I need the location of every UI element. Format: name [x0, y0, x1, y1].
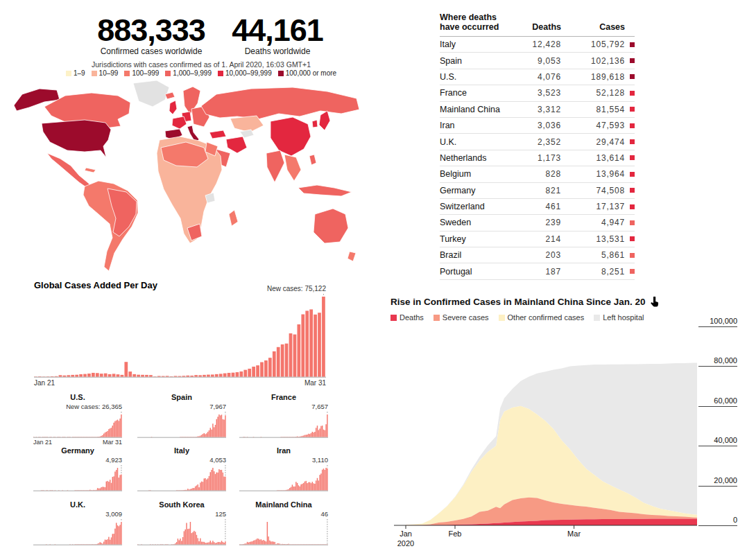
- mini-chart-germany[interactable]: Germany4,923: [33, 446, 122, 502]
- bar[interactable]: [206, 433, 207, 437]
- bar[interactable]: [312, 432, 313, 437]
- bar[interactable]: [184, 531, 184, 545]
- bar[interactable]: [116, 523, 117, 545]
- mini-bar-chart[interactable]: [239, 518, 328, 545]
- bar[interactable]: [268, 358, 272, 377]
- bar[interactable]: [189, 529, 189, 545]
- bar[interactable]: [211, 430, 212, 437]
- bar[interactable]: [201, 435, 202, 437]
- bar[interactable]: [220, 470, 221, 491]
- china-legend-item[interactable]: Severe cases: [433, 313, 489, 322]
- table-row[interactable]: Belgium82813,964: [440, 166, 635, 182]
- china-legend-item[interactable]: Deaths: [390, 313, 424, 322]
- table-row[interactable]: Brazil2035,861: [440, 247, 635, 263]
- bar[interactable]: [194, 488, 194, 491]
- bar[interactable]: [267, 522, 268, 545]
- mini-chart-us[interactable]: U.S.New cases: 26,365Jan 21Mar 31: [33, 393, 122, 448]
- bar[interactable]: [223, 473, 223, 491]
- bar[interactable]: [266, 541, 266, 545]
- bar[interactable]: [207, 478, 208, 491]
- bar[interactable]: [322, 297, 325, 377]
- bar[interactable]: [318, 480, 319, 491]
- bar[interactable]: [300, 484, 301, 491]
- bar[interactable]: [119, 421, 119, 437]
- bar[interactable]: [106, 540, 107, 545]
- bar[interactable]: [309, 482, 310, 491]
- map-country-madagascar[interactable]: [229, 210, 238, 226]
- bar[interactable]: [297, 324, 300, 377]
- bar[interactable]: [221, 470, 222, 491]
- bar[interactable]: [209, 542, 209, 545]
- bar[interactable]: [105, 432, 105, 437]
- bar[interactable]: [116, 470, 117, 491]
- table-row[interactable]: Netherlands1,17313,614: [440, 150, 635, 166]
- bar[interactable]: [181, 541, 182, 545]
- bar[interactable]: [194, 531, 194, 545]
- bar[interactable]: [206, 480, 207, 491]
- bar[interactable]: [252, 541, 252, 545]
- bar[interactable]: [317, 426, 318, 437]
- bar[interactable]: [220, 415, 221, 437]
- mini-bar-chart[interactable]: [33, 518, 122, 545]
- bar[interactable]: [203, 542, 203, 545]
- bar[interactable]: [239, 371, 243, 377]
- bar[interactable]: [297, 483, 298, 491]
- table-row[interactable]: Germany82174,508: [440, 183, 635, 199]
- mini-bar-chart[interactable]: [33, 411, 122, 438]
- bar[interactable]: [107, 481, 108, 491]
- bar[interactable]: [113, 423, 114, 437]
- cases-column-header[interactable]: Cases: [561, 22, 625, 32]
- bar[interactable]: [311, 483, 311, 491]
- bar[interactable]: [114, 421, 115, 437]
- bar[interactable]: [100, 489, 101, 491]
- bar[interactable]: [182, 537, 183, 545]
- bar[interactable]: [311, 433, 311, 437]
- bar[interactable]: [178, 539, 178, 545]
- map-country-cuba[interactable]: [85, 168, 96, 173]
- bar[interactable]: [223, 419, 224, 437]
- bar[interactable]: [217, 473, 218, 491]
- bar[interactable]: [203, 482, 203, 491]
- bar[interactable]: [322, 426, 323, 437]
- bar[interactable]: [281, 344, 284, 377]
- bar[interactable]: [215, 374, 218, 377]
- mini-bar-chart[interactable]: [239, 411, 328, 438]
- bar[interactable]: [314, 315, 317, 377]
- china-legend-item[interactable]: Other confirmed cases: [499, 313, 585, 322]
- bar[interactable]: [105, 540, 105, 545]
- bar[interactable]: [221, 541, 222, 545]
- map-country-india[interactable]: [266, 150, 284, 182]
- mini-chart-iran[interactable]: Iran3,110: [239, 446, 328, 502]
- mini-chart-mainland_china[interactable]: Mainland China46: [239, 500, 328, 556]
- bar[interactable]: [113, 476, 114, 491]
- bar[interactable]: [309, 309, 313, 377]
- map-country-turkey[interactable]: [209, 130, 226, 139]
- mini-chart-italy[interactable]: Italy4,053: [137, 446, 226, 502]
- bar[interactable]: [293, 335, 297, 377]
- bar[interactable]: [259, 540, 260, 545]
- bar[interactable]: [117, 468, 118, 491]
- bar[interactable]: [117, 420, 118, 437]
- map-country-iran[interactable]: [226, 137, 247, 153]
- bar[interactable]: [223, 477, 224, 491]
- bar[interactable]: [106, 432, 107, 437]
- bar[interactable]: [307, 483, 307, 491]
- bar[interactable]: [252, 367, 255, 377]
- table-row[interactable]: Switzerland46117,137: [440, 199, 635, 215]
- bar[interactable]: [192, 488, 193, 491]
- bar[interactable]: [103, 434, 104, 437]
- bar[interactable]: [322, 470, 323, 491]
- bar[interactable]: [214, 471, 214, 491]
- map-region-se-asia[interactable]: [284, 155, 301, 181]
- bar[interactable]: [209, 430, 209, 437]
- deaths-column-header[interactable]: Deaths: [511, 22, 561, 32]
- bar[interactable]: [100, 542, 101, 545]
- table-row[interactable]: Iran3,03647,593: [440, 118, 635, 134]
- bar[interactable]: [227, 373, 231, 377]
- mini-bar-chart[interactable]: [137, 411, 226, 438]
- bar[interactable]: [273, 351, 276, 377]
- bar[interactable]: [178, 540, 179, 545]
- bar[interactable]: [192, 532, 193, 545]
- bar[interactable]: [312, 482, 313, 491]
- bar[interactable]: [214, 427, 214, 437]
